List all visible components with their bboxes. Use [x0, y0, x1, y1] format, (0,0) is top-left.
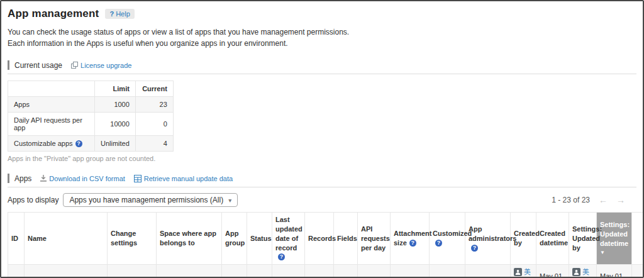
usage-current: 23 — [135, 97, 173, 113]
page-description-line1: You can check the usage status of apps o… — [8, 26, 636, 38]
usage-current: 4 — [135, 136, 173, 152]
app-id: 28 — [8, 265, 25, 278]
current-usage-section-header: Current usage License upgrade — [8, 58, 636, 74]
user-avatar-icon — [514, 268, 522, 276]
chevron-down-icon — [228, 197, 231, 204]
usage-limit: 10000 — [95, 113, 136, 136]
col-header-delete — [632, 213, 644, 265]
app-administrators: Not retrieved — [465, 265, 511, 278]
usage-label: Apps — [8, 97, 95, 113]
col-header-settings-updated-datetime[interactable]: Settings: Updated datetime — [597, 213, 632, 265]
usage-header-empty — [8, 81, 95, 97]
help-label: Help — [116, 10, 130, 18]
help-icon[interactable] — [409, 240, 416, 247]
usage-row-apps: Apps 1000 23 — [8, 97, 174, 113]
table-controls: Apps to display Apps you have management… — [8, 193, 636, 207]
col-header-name: Name — [25, 213, 108, 265]
last-updated-date: May 01, 2025 — [272, 265, 305, 278]
app-row: 28System FAQ management(None)PublicActiv… — [8, 265, 644, 278]
apps-to-display-label: Apps to display — [8, 196, 58, 204]
col-header-api-requests: API requests per day — [358, 213, 391, 265]
col-header-fields: Fields — [334, 213, 358, 265]
app-space: (None) — [157, 265, 222, 278]
prev-page-button[interactable] — [599, 195, 608, 205]
apps-filter-select[interactable]: Apps you have management permissions (Al… — [63, 193, 238, 207]
retrieve-manual-update-link[interactable]: Retrieve manual update data — [134, 175, 233, 182]
usage-label: Daily API requests per app — [8, 113, 95, 136]
col-header-records: Records — [305, 213, 334, 265]
created-by-user-link[interactable]: 美口佳子 — [524, 267, 533, 278]
col-header-attachment: Attachment size — [391, 213, 430, 265]
created-datetime: May 01, 2025 17:02 — [536, 265, 569, 278]
created-by-cell: 美口佳子 — [511, 265, 536, 278]
next-page-button[interactable] — [616, 195, 625, 205]
page-title: App management — [8, 8, 99, 20]
col-header-settings-updated-by: Settings: Updated by — [569, 213, 597, 265]
api-requests-count: 0 — [358, 265, 391, 278]
app-status: Activated — [247, 265, 272, 278]
help-question-icon: ? — [109, 10, 114, 18]
change-settings-cell — [108, 265, 157, 278]
usage-header-current: Current — [135, 81, 173, 97]
apps-section-header: Apps Download in CSV format Retrieve man… — [8, 171, 636, 187]
page-header: App management ? Help — [8, 8, 636, 20]
settings-updated-datetime: May 01, 2025 17:02 — [597, 265, 632, 278]
help-icon[interactable] — [278, 253, 285, 260]
col-header-customized: Customized — [430, 213, 465, 265]
pagination: 1 - 23 of 23 — [552, 195, 625, 205]
apps-title: Apps — [14, 174, 31, 183]
usage-limit: Unlimited — [95, 136, 136, 152]
user-avatar-icon — [572, 268, 580, 276]
section-bar — [8, 60, 9, 70]
col-header-created-by: Created by — [511, 213, 536, 265]
col-header-app-administrators: App administrators — [465, 213, 511, 265]
settings-updated-by-cell: 美口佳子 — [569, 265, 597, 278]
section-bar — [8, 174, 9, 183]
attachment-size: 0.00 GB — [391, 265, 430, 278]
page-description-line2: Each information in the Apps is useful w… — [8, 38, 636, 49]
help-icon[interactable] — [435, 240, 442, 247]
apps-table: ID Name Change settings Space where app … — [8, 212, 644, 278]
help-button[interactable]: ? Help — [105, 9, 134, 19]
app-name-cell: System FAQ management — [25, 265, 108, 278]
help-icon[interactable] — [75, 140, 82, 147]
usage-current: 0 — [135, 113, 173, 136]
retrieve-data-icon — [134, 175, 142, 182]
settings-updated-by-user-link[interactable]: 美口佳子 — [582, 267, 593, 278]
fields-count: 0 — [334, 265, 358, 278]
usage-header-row: Limit Current — [8, 81, 174, 97]
current-usage-title: Current usage — [14, 61, 62, 70]
external-window-icon — [71, 62, 78, 69]
col-header-change-settings: Change settings — [108, 213, 157, 265]
private-apps-note: Apps in the "Private" app group are not … — [8, 155, 636, 162]
col-header-status: Status — [247, 213, 272, 265]
help-icon[interactable] — [471, 245, 478, 252]
pagination-range: 1 - 23 of 23 — [552, 196, 590, 204]
usage-table: Limit Current Apps 1000 23 Daily API req… — [8, 81, 174, 152]
col-header-app-group: App group — [222, 213, 247, 265]
records-count: 0 — [305, 265, 334, 278]
customized-flag: No — [430, 265, 465, 278]
usage-label: Customizable apps — [8, 136, 95, 152]
apps-table-header-row: ID Name Change settings Space where app … — [8, 213, 644, 265]
delete-app-cell — [632, 265, 644, 278]
download-csv-link[interactable]: Download in CSV format — [40, 175, 125, 182]
col-header-id: ID — [8, 213, 25, 265]
sort-descending-icon — [600, 250, 628, 257]
col-header-last-updated: Last updated date of record — [272, 213, 305, 265]
license-upgrade-link[interactable]: License upgrade — [71, 62, 131, 69]
col-header-space: Space where app belongs to — [157, 213, 222, 265]
usage-limit: 1000 — [95, 97, 136, 113]
app-group: Public — [222, 265, 247, 278]
download-icon — [40, 175, 47, 182]
col-header-created-datetime: Created datetime — [536, 213, 569, 265]
app-management-page: App management ? Help You can check the … — [0, 0, 644, 278]
usage-header-limit: Limit — [95, 81, 136, 97]
usage-row-api-requests: Daily API requests per app 10000 0 — [8, 113, 174, 136]
usage-row-customizable-apps: Customizable apps Unlimited 4 — [8, 136, 174, 152]
